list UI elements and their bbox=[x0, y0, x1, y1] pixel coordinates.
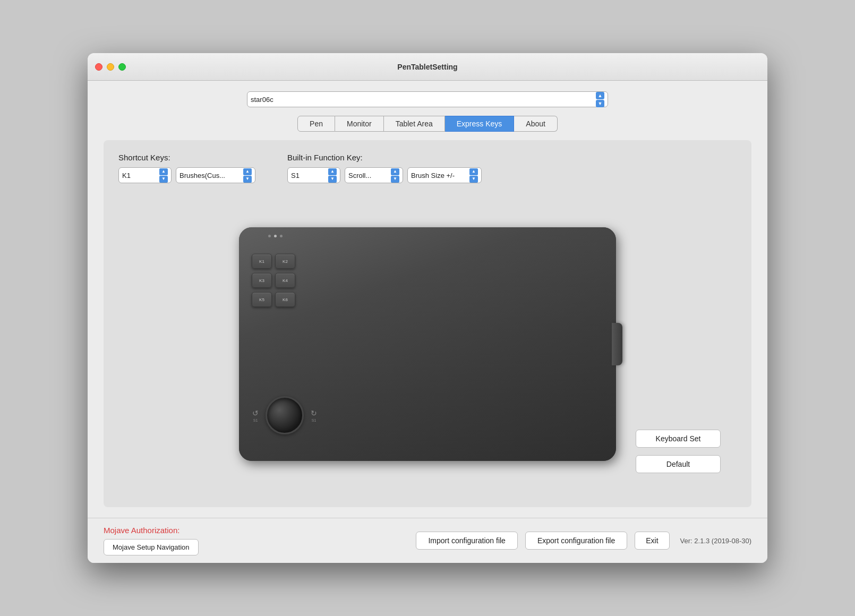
tablet-section: K1 K2 K3 K4 K5 K6 bbox=[118, 194, 737, 494]
minimize-button[interactable] bbox=[107, 63, 114, 71]
builtin-key-down[interactable]: ▼ bbox=[328, 176, 337, 183]
indicator-3 bbox=[280, 235, 283, 237]
exit-button[interactable]: Exit bbox=[635, 532, 669, 550]
export-config-button[interactable]: Export configuration file bbox=[525, 532, 627, 550]
key-row-2: K3 K4 bbox=[252, 273, 295, 288]
dial-left-btn[interactable]: ↺ S1 bbox=[247, 409, 263, 422]
controls-row: Shortcut Keys: K1 ▲ ▼ Brushes(Cus... bbox=[118, 153, 737, 183]
key-k6[interactable]: K6 bbox=[275, 292, 295, 307]
key-k2[interactable]: K2 bbox=[275, 254, 295, 269]
indicator-lights bbox=[268, 235, 283, 237]
key-k5[interactable]: K5 bbox=[252, 292, 272, 307]
tab-pen[interactable]: Pen bbox=[297, 116, 335, 132]
builtin-function-value: Scroll... bbox=[348, 172, 371, 179]
device-stepper-down[interactable]: ▼ bbox=[596, 100, 604, 107]
key-row-1: K1 K2 bbox=[252, 254, 295, 269]
mojave-auth-label: Mojave Authorization: bbox=[104, 526, 199, 535]
dial-area: ↺ S1 ↻ S1 bbox=[247, 396, 322, 434]
dial-right-label: S1 bbox=[312, 418, 317, 422]
footer: Mojave Authorization: Mojave Setup Navig… bbox=[88, 518, 767, 563]
key-k1[interactable]: K1 bbox=[252, 254, 272, 269]
footer-center-buttons: Import configuration file Export configu… bbox=[416, 532, 669, 550]
tablet-image: K1 K2 K3 K4 K5 K6 bbox=[239, 227, 616, 461]
dial-left-label: S1 bbox=[253, 418, 258, 422]
device-name: star06c bbox=[251, 96, 273, 104]
indicator-1 bbox=[268, 235, 271, 237]
builtin-action-down[interactable]: ▼ bbox=[469, 176, 478, 183]
device-selector[interactable]: star06c ▲ ▼ bbox=[247, 91, 608, 107]
shortcut-keys-label: Shortcut Keys: bbox=[118, 153, 255, 162]
mojave-section: Mojave Authorization: Mojave Setup Navig… bbox=[104, 526, 199, 555]
footer-right: Ver: 2.1.3 (2019-08-30) bbox=[680, 537, 751, 545]
express-keys-panel: Shortcut Keys: K1 ▲ ▼ Brushes(Cus... bbox=[104, 140, 751, 507]
shortcut-key-value: K1 bbox=[122, 172, 131, 179]
builtin-function-down[interactable]: ▼ bbox=[391, 176, 399, 183]
builtin-function-label: Built-in Function Key: bbox=[287, 153, 482, 162]
key-k4[interactable]: K4 bbox=[275, 273, 295, 288]
builtin-key-value: S1 bbox=[291, 172, 300, 179]
titlebar: PenTabletSetting bbox=[88, 53, 767, 81]
window-title: PenTabletSetting bbox=[397, 63, 457, 71]
tablet-grip bbox=[612, 323, 622, 365]
device-selector-row: star06c ▲ ▼ bbox=[104, 91, 751, 107]
tab-express-keys[interactable]: Express Keys bbox=[445, 116, 515, 132]
shortcut-keys-group: Shortcut Keys: K1 ▲ ▼ Brushes(Cus... bbox=[118, 153, 255, 183]
builtin-action-select[interactable]: Brush Size +/- ▲ ▼ bbox=[407, 167, 482, 183]
shortcut-key-stepper[interactable]: ▲ ▼ bbox=[159, 168, 168, 183]
builtin-action-stepper[interactable]: ▲ ▼ bbox=[469, 168, 478, 183]
device-stepper[interactable]: ▲ ▼ bbox=[596, 92, 604, 107]
device-stepper-up[interactable]: ▲ bbox=[596, 92, 604, 99]
dial-cw-icon: ↻ bbox=[311, 409, 317, 417]
shortcut-action-value: Brushes(Cus... bbox=[179, 172, 225, 179]
builtin-function-select[interactable]: Scroll... ▲ ▼ bbox=[345, 167, 403, 183]
builtin-function-up[interactable]: ▲ bbox=[391, 168, 399, 175]
tab-about[interactable]: About bbox=[514, 116, 558, 132]
shortcut-key-up[interactable]: ▲ bbox=[159, 168, 168, 175]
maximize-button[interactable] bbox=[118, 63, 126, 71]
main-window: PenTabletSetting star06c ▲ ▼ Pen Monitor… bbox=[88, 53, 767, 563]
builtin-key-select[interactable]: S1 ▲ ▼ bbox=[287, 167, 340, 183]
tabs-row: Pen Monitor Tablet Area Express Keys Abo… bbox=[104, 116, 751, 132]
close-button[interactable] bbox=[95, 63, 102, 71]
shortcut-keys-inputs: K1 ▲ ▼ Brushes(Cus... ▲ bbox=[118, 167, 255, 183]
shortcut-action-select[interactable]: Brushes(Cus... ▲ ▼ bbox=[176, 167, 255, 183]
builtin-key-stepper[interactable]: ▲ ▼ bbox=[328, 168, 337, 183]
action-buttons: Keyboard Set Default bbox=[636, 430, 721, 473]
builtin-key-up[interactable]: ▲ bbox=[328, 168, 337, 175]
default-button[interactable]: Default bbox=[636, 455, 721, 473]
dial-ccw-icon: ↺ bbox=[252, 409, 259, 417]
shortcut-key-down[interactable]: ▼ bbox=[159, 176, 168, 183]
tablet-display: K1 K2 K3 K4 K5 K6 bbox=[118, 227, 737, 461]
shortcut-key-select[interactable]: K1 ▲ ▼ bbox=[118, 167, 172, 183]
keyboard-set-button[interactable]: Keyboard Set bbox=[636, 430, 721, 448]
builtin-action-up[interactable]: ▲ bbox=[469, 168, 478, 175]
builtin-function-inputs: S1 ▲ ▼ Scroll... ▲ ▼ bbox=[287, 167, 482, 183]
builtin-function-stepper[interactable]: ▲ ▼ bbox=[391, 168, 399, 183]
builtin-action-value: Brush Size +/- bbox=[411, 172, 455, 179]
version-label: Ver: 2.1.3 (2019-08-30) bbox=[680, 537, 751, 545]
dial-row: ↺ S1 ↻ S1 bbox=[247, 396, 322, 434]
key-row-3: K5 K6 bbox=[252, 292, 295, 307]
builtin-function-group: Built-in Function Key: S1 ▲ ▼ Scroll... bbox=[287, 153, 482, 183]
tab-tablet-area[interactable]: Tablet Area bbox=[384, 116, 445, 132]
mojave-setup-button[interactable]: Mojave Setup Navigation bbox=[104, 539, 199, 555]
shortcut-action-stepper[interactable]: ▲ ▼ bbox=[243, 168, 252, 183]
content-area: star06c ▲ ▼ Pen Monitor Tablet Area Expr… bbox=[88, 81, 767, 518]
indicator-2 bbox=[274, 235, 277, 237]
tab-monitor[interactable]: Monitor bbox=[335, 116, 384, 132]
key-k3[interactable]: K3 bbox=[252, 273, 272, 288]
dial-wheel[interactable] bbox=[266, 396, 304, 434]
key-buttons-area: K1 K2 K3 K4 K5 K6 bbox=[252, 254, 295, 307]
traffic-lights bbox=[95, 63, 126, 71]
shortcut-action-up[interactable]: ▲ bbox=[243, 168, 252, 175]
shortcut-action-down[interactable]: ▼ bbox=[243, 176, 252, 183]
dial-right-btn[interactable]: ↻ S1 bbox=[306, 409, 322, 422]
import-config-button[interactable]: Import configuration file bbox=[416, 532, 518, 550]
